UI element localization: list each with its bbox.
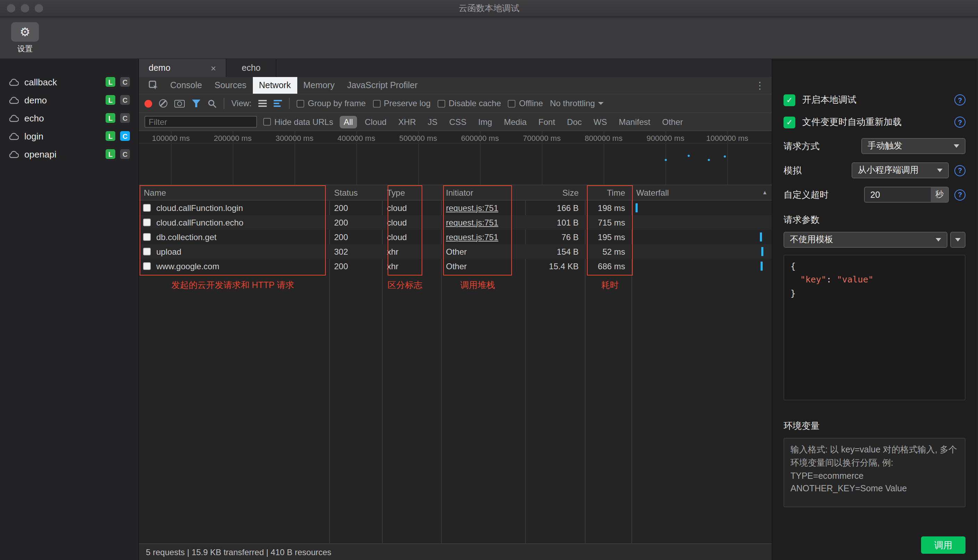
check-icon: ✓ — [786, 95, 792, 105]
timeout-input[interactable] — [864, 187, 931, 203]
invoke-button[interactable]: 调用 — [921, 537, 966, 554]
timeline-tick-label: 300000 ms — [276, 134, 314, 142]
simulate-label: 模拟 — [784, 164, 802, 177]
disable-cache-option[interactable]: Disable cache — [438, 98, 501, 108]
filter-input[interactable] — [144, 116, 257, 128]
filter-pill-media[interactable]: Media — [500, 115, 531, 128]
zoom-window-button[interactable] — [35, 4, 43, 12]
sidebar-item-callback[interactable]: callback LC — [0, 73, 138, 91]
request-params-editor[interactable]: { "key": "value" } — [784, 255, 966, 400]
column-header-time[interactable]: Time — [585, 188, 631, 197]
template-select[interactable]: 不使用模板 — [784, 232, 948, 248]
tab-network[interactable]: Network — [252, 77, 297, 94]
simulate-select[interactable]: 从小程序端调用 — [852, 162, 949, 178]
filter-pill-ws[interactable]: WS — [589, 115, 611, 128]
sidebar-item-echo[interactable]: echo LC — [0, 109, 138, 127]
filter-pill-cloud[interactable]: Cloud — [361, 115, 391, 128]
filter-pill-other[interactable]: Other — [658, 115, 687, 128]
clear-icon[interactable] — [159, 99, 167, 108]
help-icon[interactable]: ? — [955, 189, 966, 200]
table-row[interactable]: cloud.callFunction.echo 200 cloud reques… — [139, 215, 772, 230]
waterfall-bar — [760, 232, 762, 242]
column-header-name[interactable]: Name — [139, 188, 329, 197]
row-checkbox[interactable] — [143, 233, 151, 241]
chevron-down-icon — [931, 168, 943, 172]
tab-console[interactable]: Console — [164, 77, 208, 94]
preserve-log-option[interactable]: Preserve log — [373, 98, 431, 108]
group-by-frame-option[interactable]: Group by frame — [297, 98, 366, 108]
function-name: demo — [24, 95, 100, 105]
column-header-initiator[interactable]: Initiator — [441, 188, 525, 197]
local-debug-checkbox[interactable]: ✓ — [784, 94, 795, 106]
help-icon[interactable]: ? — [955, 117, 966, 128]
row-checkbox[interactable] — [143, 218, 151, 226]
request-size: 166 B — [525, 203, 585, 213]
network-filter-bar: Hide data URLs All Cloud XHR JS CSS Img … — [139, 113, 772, 131]
cloud-function-icon — [8, 114, 19, 122]
auto-reload-checkbox[interactable]: ✓ — [784, 116, 795, 128]
filter-pill-font[interactable]: Font — [534, 115, 559, 128]
help-icon[interactable]: ? — [955, 165, 966, 176]
help-icon[interactable]: ? — [955, 94, 966, 105]
filter-pill-img[interactable]: Img — [474, 115, 496, 128]
checkbox[interactable] — [438, 100, 445, 107]
filter-pill-css[interactable]: CSS — [445, 115, 471, 128]
close-window-button[interactable] — [7, 4, 15, 12]
filter-pill-xhr[interactable]: XHR — [394, 115, 420, 128]
env-vars-textarea[interactable]: 输入格式: 以 key=value 对的格式输入, 多个环境变量间以换行分隔, … — [784, 438, 966, 507]
sidebar-item-login[interactable]: login LC — [0, 127, 138, 145]
row-checkbox[interactable] — [143, 262, 151, 270]
cloud-badge: C — [120, 77, 130, 87]
checkbox[interactable] — [263, 118, 271, 126]
settings-button[interactable]: ⚙ 设置 — [11, 22, 39, 54]
list-view-icon[interactable] — [258, 100, 267, 107]
filter-pill-js[interactable]: JS — [424, 115, 442, 128]
table-row[interactable]: www.google.com 200 xhr Other 15.4 KB 686… — [139, 259, 772, 273]
record-button[interactable] — [144, 100, 152, 107]
filter-icon[interactable] — [192, 99, 201, 108]
sidebar-item-openapi[interactable]: openapi LC — [0, 145, 138, 163]
row-checkbox[interactable] — [143, 204, 151, 212]
waterfall-bar — [761, 262, 763, 271]
tab-javascript-profiler[interactable]: JavaScript Profiler — [341, 77, 424, 94]
initiator-link[interactable]: request.js:751 — [446, 203, 498, 213]
request-size: 154 B — [525, 247, 585, 257]
sidebar-item-demo[interactable]: demo LC — [0, 91, 138, 109]
close-icon[interactable]: × — [211, 63, 216, 73]
filter-pill-manifest[interactable]: Manifest — [615, 115, 655, 128]
checkbox[interactable] — [373, 100, 380, 107]
file-tab-bar: demo × echo — [139, 59, 772, 77]
table-row[interactable]: upload 302 xhr Other 154 B 52 ms — [139, 244, 772, 259]
tab-memory[interactable]: Memory — [297, 77, 341, 94]
screenshot-capture-icon[interactable] — [174, 100, 185, 107]
filter-pill-doc[interactable]: Doc — [563, 115, 586, 128]
checkbox[interactable] — [297, 100, 304, 107]
offline-option[interactable]: Offline — [508, 98, 543, 108]
table-row[interactable]: cloud.callFunction.login 200 cloud reque… — [139, 200, 772, 215]
more-options-icon[interactable]: ⋮ — [755, 80, 765, 91]
tab-demo[interactable]: demo × — [139, 59, 226, 77]
initiator-link[interactable]: request.js:751 — [446, 218, 498, 227]
filter-pill-all[interactable]: All — [339, 115, 357, 128]
column-header-status[interactable]: Status — [329, 188, 382, 197]
template-dropdown-button[interactable] — [950, 232, 966, 248]
checkbox[interactable] — [508, 100, 516, 107]
column-header-type[interactable]: Type — [382, 188, 441, 197]
row-checkbox[interactable] — [143, 248, 151, 255]
search-icon[interactable] — [208, 99, 217, 108]
overview-view-icon[interactable] — [274, 100, 282, 107]
tab-sources[interactable]: Sources — [208, 77, 253, 94]
column-header-waterfall[interactable]: Waterfall ▲ — [631, 188, 772, 197]
sort-ascending-icon[interactable]: ▲ — [762, 190, 767, 196]
inspect-element-button[interactable] — [143, 80, 164, 90]
request-mode-select[interactable]: 手动触发 — [861, 138, 966, 154]
devtools-tabbar: Console Sources Network Memory JavaScrip… — [139, 77, 772, 94]
tab-echo[interactable]: echo — [226, 59, 276, 77]
network-overview-timeline[interactable]: 100000 ms 200000 ms 300000 ms 400000 ms … — [139, 131, 772, 185]
minimize-window-button[interactable] — [21, 4, 29, 12]
table-row[interactable]: db.collection.get 200 cloud request.js:7… — [139, 230, 772, 244]
hide-data-urls-option[interactable]: Hide data URLs — [263, 117, 333, 127]
column-header-size[interactable]: Size — [525, 188, 585, 197]
throttling-dropdown[interactable]: No throttling — [550, 98, 604, 108]
initiator-link[interactable]: request.js:751 — [446, 232, 498, 242]
